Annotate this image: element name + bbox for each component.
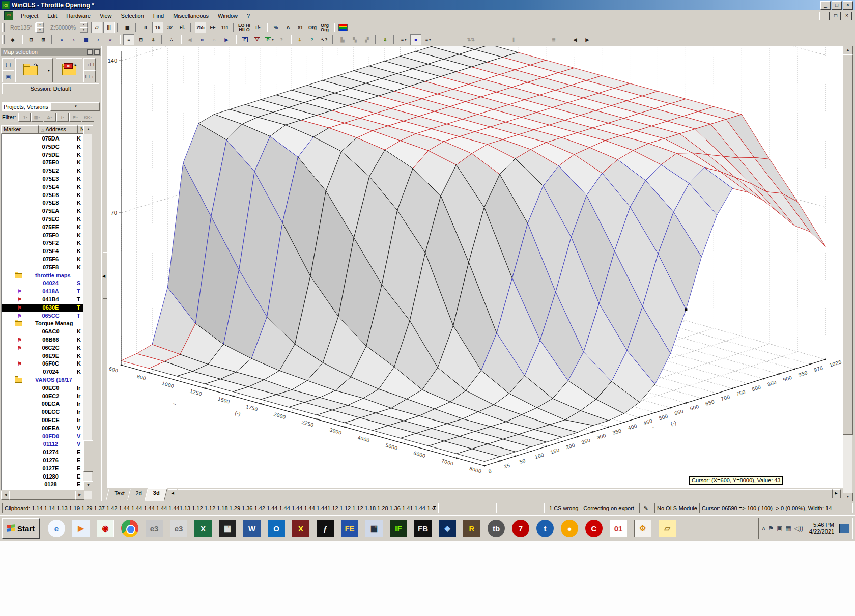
thunderbird-icon[interactable]: t	[536, 520, 554, 537]
view-3d-bars-button[interactable]: |||	[103, 22, 115, 33]
context-help-button[interactable]: ↖?	[319, 34, 330, 45]
width-16-button[interactable]: 16	[152, 22, 163, 33]
session-button[interactable]: Session: Default	[2, 83, 99, 94]
map-list-row[interactable]: 01280E	[2, 473, 84, 481]
mdi-close-button[interactable]: ×	[842, 12, 852, 20]
menu-find[interactable]: Find	[149, 11, 168, 20]
chart-hscroll-thumb[interactable]	[178, 489, 833, 498]
display-hex-button[interactable]: FF	[207, 22, 218, 33]
tray-expand-icon[interactable]: ᴧ	[762, 525, 765, 532]
axis-settings-button[interactable]: ≣	[548, 34, 559, 45]
help-button[interactable]: ?	[306, 34, 318, 45]
show-desktop-icon[interactable]	[839, 524, 849, 533]
map-list-row[interactable]: 075F2K	[2, 239, 84, 247]
map-insert-button[interactable]: →▢	[83, 58, 96, 70]
dropdown-caret-icon[interactable]: ▾	[429, 38, 431, 42]
map-list-row[interactable]: 075E0K	[2, 159, 84, 167]
horizontal-scroll-thumb[interactable]	[9, 491, 75, 500]
list-dropdown-2-button[interactable]: ≡▾	[422, 34, 434, 45]
map-list-row[interactable]: 04024S	[2, 279, 84, 288]
map-list-row[interactable]: 075E4K	[2, 183, 84, 191]
map-list-row[interactable]: ⚑065CCT	[2, 312, 84, 320]
map-list-row[interactable]: 075EAK	[2, 207, 84, 215]
mdi-child-icon[interactable]: IOI	[4, 11, 13, 20]
panel-close-button[interactable]	[94, 49, 100, 55]
rotation-spinner[interactable]: ▲▼	[36, 22, 44, 33]
selection-blue-button[interactable]: ■	[410, 34, 421, 45]
word-icon[interactable]: W	[243, 520, 261, 537]
title-bar[interactable]: IOI WinOLS - Throttle Opening * _ □ ×	[0, 0, 855, 10]
tray-icon-1[interactable]: ▣	[777, 525, 782, 532]
column-address[interactable]: △ Address	[39, 125, 78, 134]
go-last-button[interactable]: »	[105, 34, 116, 45]
map-list-row[interactable]: 07024K	[2, 368, 84, 376]
zoom-spinner[interactable]: ▲▼	[80, 22, 88, 33]
filter-button-0[interactable]: =?▾	[18, 113, 31, 122]
view-prev-button[interactable]: ◀	[569, 34, 581, 45]
tab-scroll-left-button[interactable]: ◀	[168, 489, 177, 498]
width-8-button[interactable]: 8	[140, 22, 151, 33]
original-compare-button[interactable]: Org Org	[319, 22, 330, 33]
width-float-button[interactable]: Fl.	[177, 22, 188, 33]
wand-down-button[interactable]: ⇣	[294, 34, 305, 45]
dropdown-caret-icon[interactable]: ▾	[405, 38, 406, 42]
menu-view[interactable]: View	[95, 11, 117, 20]
chart-edit-button[interactable]: ▚	[349, 34, 360, 45]
list-vertical-scrollbar[interactable]: ▲ ▼	[83, 125, 92, 490]
map-list-row[interactable]: 00ECAIr	[2, 400, 84, 408]
help-grey-button[interactable]: ?	[276, 34, 287, 45]
display-dec-button[interactable]: 255	[195, 22, 206, 33]
map-list-row[interactable]: 075E3K	[2, 175, 84, 183]
filter-button-4[interactable]: ⚑▾	[69, 113, 81, 122]
chrome-icon[interactable]	[121, 520, 138, 537]
xee-icon[interactable]: X	[292, 520, 309, 537]
map-list-row[interactable]: 00EC2Ir	[2, 393, 84, 401]
robot-icon[interactable]: R	[463, 520, 480, 537]
filter-button-3[interactable]: i▾	[56, 113, 69, 122]
mdi-restore-button[interactable]: □	[831, 12, 841, 20]
scroll-up-button[interactable]: ▲	[83, 125, 93, 134]
scope-dropdown-arrow[interactable]: ▼	[50, 102, 100, 111]
scroll-right-button[interactable]: ▶	[75, 491, 84, 500]
view-3d-surface-button[interactable]: ▱	[91, 22, 102, 33]
vertical-scroll-thumb[interactable]	[83, 440, 93, 472]
scope-combobox[interactable]: Projects, Versions & Maps: (Ctrl ▼	[2, 102, 100, 111]
preview-window-button[interactable]: ⊟	[135, 34, 147, 45]
map-list-row[interactable]: ⚑0630ET	[2, 304, 84, 312]
map-list-row[interactable]: 075ECK	[2, 215, 84, 223]
map-list-row[interactable]: ⚑06B66K	[2, 336, 84, 344]
map-3d-view[interactable]: 7014060080010001250150017502000225030004…	[107, 46, 843, 488]
map-list-row[interactable]: 075DCK	[2, 143, 84, 151]
ecu-tool-2-icon[interactable]: e3	[170, 520, 187, 537]
window-properties-button[interactable]: ⊡	[25, 34, 37, 45]
menu-window[interactable]: Window	[213, 11, 242, 20]
import-green-button[interactable]: ⇩	[380, 34, 391, 45]
original-button[interactable]: Org	[307, 22, 318, 33]
map-folder-row[interactable]: VANOS (16/17	[2, 376, 84, 384]
menu-?[interactable]: ?	[242, 11, 254, 20]
filter-button-5[interactable]: KK▾	[82, 113, 94, 122]
minimize-button[interactable]: _	[820, 1, 831, 10]
go-prev-button[interactable]: ‹	[68, 34, 79, 45]
tree-view-button[interactable]: ≡	[123, 34, 134, 45]
view-next-button[interactable]: ▶	[582, 34, 593, 45]
hex-f-button[interactable]: F	[239, 34, 250, 45]
import-project-button[interactable]: ▦↷	[56, 58, 82, 82]
map-list-row[interactable]: 075F4K	[2, 247, 84, 256]
column-marker[interactable]: Marker	[1, 125, 39, 134]
go-next-button[interactable]: ›	[93, 34, 104, 45]
internet-explorer-icon[interactable]: e	[48, 520, 65, 537]
map-list-row[interactable]: ⚑06F0CK	[2, 360, 84, 368]
map-list-row[interactable]: 01274E	[2, 449, 84, 457]
panel-title-bar[interactable]: Map selection	[1, 48, 101, 56]
chart-scroll-up-button[interactable]: ▲	[843, 46, 853, 55]
dropdown-caret-icon[interactable]: ▾	[272, 38, 274, 42]
binoculars-button[interactable]: ∞	[196, 34, 208, 45]
menu-hardware[interactable]: Hardware	[62, 11, 95, 20]
close-button[interactable]: ×	[843, 1, 853, 10]
percent-button[interactable]: %	[270, 22, 281, 33]
hex-v-button[interactable]: V	[251, 34, 263, 45]
calculator-icon[interactable]: ▦	[365, 520, 383, 537]
panel-pin-button[interactable]	[87, 49, 93, 55]
magic-hat-button[interactable]: ◆	[7, 34, 18, 45]
